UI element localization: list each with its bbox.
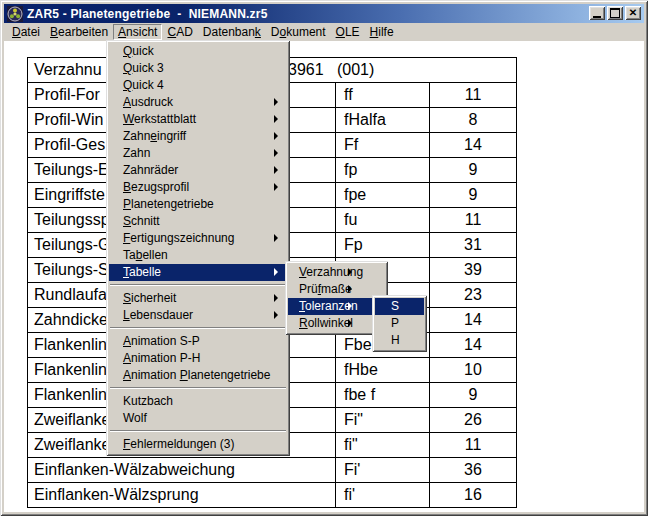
submenu-arrow-icon	[274, 98, 278, 106]
menu-item-kutzbach[interactable]: Kutzbach	[109, 393, 287, 410]
menu-item-zahnraeder[interactable]: Zahnräder	[109, 162, 287, 179]
menu-item-animation-planetengetriebe[interactable]: Animation Planetengetriebe	[109, 367, 287, 384]
menu-separator	[110, 327, 286, 329]
menu-item-lebensdauer[interactable]: Lebensdauer	[109, 307, 287, 324]
menu-item-fehlermeldungen[interactable]: Fehlermeldungen (3)	[109, 436, 287, 453]
submenu-arrow-icon	[274, 268, 278, 276]
submenu-arrow-icon	[348, 268, 352, 276]
menu-item-quick[interactable]: Quick	[109, 43, 287, 60]
menubar-item-dokument[interactable]: Dokument	[266, 24, 331, 40]
submenu-item-p[interactable]: P	[375, 315, 424, 332]
menu-separator	[110, 430, 286, 432]
submenu-item-pruefmasse[interactable]: Prüfmaße	[288, 281, 385, 298]
maximize-button[interactable]	[607, 6, 623, 20]
app-window: ZAR5 - Planetengetriebe - NIEMANN.zr5 ✕ …	[0, 0, 648, 516]
ansicht-dropdown-menu: Quick Quick 3 Quick 4 Ausdruck Werkstatt…	[106, 40, 290, 456]
app-icon	[7, 6, 23, 22]
menu-item-werkstattblatt[interactable]: Werkstattblatt	[109, 111, 287, 128]
submenu-arrow-icon	[274, 183, 278, 191]
maximize-icon	[610, 8, 620, 18]
submenu-arrow-icon	[348, 285, 352, 293]
menubar-item-cad[interactable]: CAD	[162, 24, 197, 40]
menu-item-tabellen[interactable]: Tabellen	[109, 247, 287, 264]
menu-separator	[110, 387, 286, 389]
menubar-item-datenbank[interactable]: Datenbank	[198, 24, 266, 40]
menu-item-animation-p-h[interactable]: Animation P-H	[109, 350, 287, 367]
menu-bar: Datei Bearbeiten Ansicht CAD Datenbank D…	[4, 23, 644, 41]
menubar-item-bearbeiten[interactable]: Bearbeiten	[45, 24, 113, 40]
menu-item-bezugsprofil[interactable]: Bezugsprofil	[109, 179, 287, 196]
table-title-right: 3961 (001)	[288, 58, 374, 82]
menu-item-animation-s-p[interactable]: Animation S-P	[109, 333, 287, 350]
menu-item-tabelle[interactable]: Tabelle	[109, 264, 287, 281]
menubar-item-hilfe[interactable]: Hilfe	[365, 24, 399, 40]
table-title-left: Verzahnu	[34, 61, 102, 78]
menubar-item-ole[interactable]: OLE	[331, 24, 365, 40]
menu-separator	[110, 284, 286, 286]
menu-item-zahn[interactable]: Zahn	[109, 145, 287, 162]
close-icon: ✕	[629, 8, 637, 18]
toleranzen-submenu: S P H	[372, 295, 427, 352]
menu-item-schnitt[interactable]: Schnitt	[109, 213, 287, 230]
minimize-button[interactable]	[589, 6, 605, 20]
submenu-arrow-icon	[274, 115, 278, 123]
submenu-arrow-icon	[274, 166, 278, 174]
table-row: Einflanken-WälzabweichungFi'36	[28, 458, 517, 483]
table-row: Einflanken-Wälzsprungfi'16	[28, 483, 517, 508]
submenu-arrow-icon	[348, 302, 352, 310]
menu-item-quick-3[interactable]: Quick 3	[109, 60, 287, 77]
menu-item-quick-4[interactable]: Quick 4	[109, 77, 287, 94]
submenu-item-toleranzen[interactable]: Toleranzen	[288, 298, 385, 315]
submenu-arrow-icon	[274, 132, 278, 140]
window-title: ZAR5 - Planetengetriebe - NIEMANN.zr5	[27, 7, 268, 21]
submenu-item-verzahnung[interactable]: Verzahnung	[288, 264, 385, 281]
menu-item-ausdruck[interactable]: Ausdruck	[109, 94, 287, 111]
submenu-arrow-icon	[274, 234, 278, 242]
menu-item-wolf[interactable]: Wolf	[109, 410, 287, 427]
menu-item-fertigungszeichnung[interactable]: Fertigungszeichnung	[109, 230, 287, 247]
minimize-icon	[593, 16, 601, 18]
menu-item-zahneingriff[interactable]: Zahneingriff	[109, 128, 287, 145]
submenu-item-h[interactable]: H	[375, 332, 424, 349]
submenu-arrow-icon	[274, 311, 278, 319]
submenu-arrow-icon	[274, 149, 278, 157]
menubar-item-datei[interactable]: Datei	[7, 24, 45, 40]
close-button[interactable]: ✕	[625, 6, 641, 20]
submenu-arrow-icon	[348, 319, 352, 327]
menu-item-planetengetriebe[interactable]: Planetengetriebe	[109, 196, 287, 213]
menubar-item-ansicht[interactable]: Ansicht	[113, 24, 162, 40]
submenu-arrow-icon	[274, 294, 278, 302]
submenu-item-s[interactable]: S	[375, 298, 424, 315]
menu-item-sicherheit[interactable]: Sicherheit	[109, 290, 287, 307]
titlebar-buttons: ✕	[587, 6, 641, 20]
title-bar: ZAR5 - Planetengetriebe - NIEMANN.zr5 ✕	[4, 4, 644, 23]
submenu-item-rollwinkel[interactable]: Rollwinkel	[288, 315, 385, 332]
